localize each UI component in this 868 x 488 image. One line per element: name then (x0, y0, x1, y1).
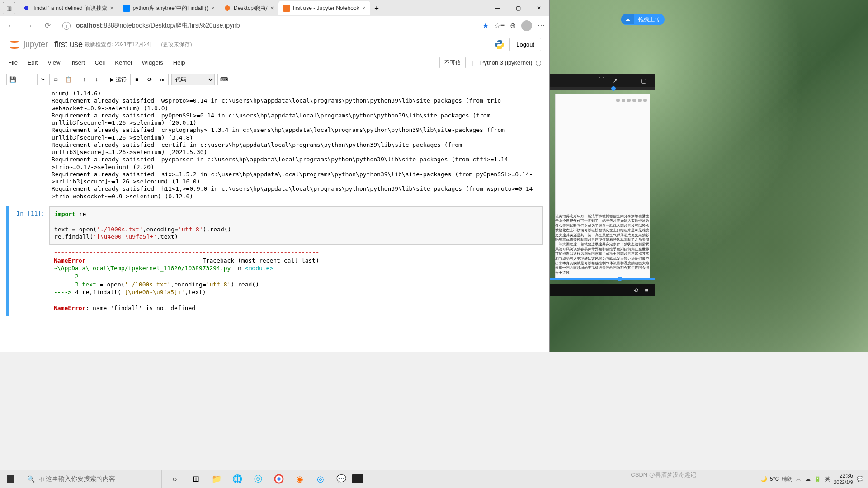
list-icon[interactable]: ≡ (645, 287, 648, 294)
site-info-icon[interactable]: i (62, 22, 71, 30)
tray-ime[interactable]: 英 (825, 475, 830, 483)
profile-icon[interactable] (521, 20, 532, 31)
app-icon-1[interactable]: ◉ (289, 470, 310, 488)
weather-widget[interactable]: 🌙 5°C 晴朗 (760, 475, 793, 483)
move-down-button[interactable]: ↓ (90, 74, 103, 85)
tab-label: first use - Jupyter Notebook (293, 5, 359, 11)
move-up-button[interactable]: ↑ (78, 74, 90, 85)
menu-kernel[interactable]: Kernel (115, 59, 132, 66)
interrupt-button[interactable]: ■ (131, 74, 143, 85)
menu-help[interactable]: Help (173, 59, 185, 66)
tray-chevron-icon[interactable]: ︿ (796, 475, 802, 483)
insert-cell-button[interactable]: ＋ (22, 74, 34, 85)
tray-battery-icon[interactable]: 🔋 (814, 476, 821, 482)
forward-button[interactable]: → (23, 19, 36, 33)
upload-widget[interactable]: ☁ 拖拽上传 (621, 14, 665, 25)
search-placeholder: 在这里输入你要搜索的内容 (39, 475, 115, 483)
checkpoint-text: 最新检查点: 2021年12月24日 (更改未保存) (85, 41, 192, 48)
trusted-indicator[interactable]: 不可信 (439, 57, 466, 68)
command-palette-button[interactable]: ⌨ (217, 74, 230, 85)
scrubber-handle-2[interactable] (618, 277, 622, 281)
code-input[interactable]: import re text = open('./1000s.txt',enco… (49, 206, 543, 245)
max-icon[interactable]: ▢ (641, 77, 646, 84)
tab-label: 'findall' is not defined_百度搜索 (33, 5, 107, 12)
maximize-button[interactable]: ▢ (508, 1, 528, 15)
wechat-icon[interactable]: 💬 (331, 470, 352, 488)
min-icon[interactable]: — (626, 77, 632, 84)
tab-zhihu[interactable]: python库"anytree"中的Findall () × (118, 1, 219, 15)
url-field[interactable]: i localhost:8888/notebooks/Desktop/爬虫/fi… (59, 22, 478, 30)
jupyter-logo-icon (8, 38, 21, 51)
run-button[interactable]: ▶ 运行 (106, 74, 131, 85)
close-icon[interactable]: × (211, 5, 215, 12)
terminal-icon[interactable] (352, 474, 363, 483)
addrbar-right: ★ ☆≡ ⊕ ⋯ (482, 20, 545, 31)
taskbar-search[interactable]: 🔍 在这里输入你要搜索的内容 (22, 470, 162, 488)
close-icon[interactable]: × (362, 5, 366, 12)
task-view-icon[interactable]: ⊞ (185, 470, 206, 488)
error-output: ----------------------------------------… (49, 245, 543, 315)
code-cell[interactable]: In [11]: import re text = open('./1000s.… (6, 206, 543, 316)
close-window-button[interactable]: ✕ (528, 1, 549, 15)
input-prompt: In [11]: (9, 206, 49, 316)
watermark: CSDN @喜酒梦没奇趣记 (631, 471, 696, 479)
more-icon[interactable]: ⋯ (538, 21, 545, 30)
menu-cell[interactable]: Cell (95, 59, 105, 66)
tab-actions-icon[interactable]: ▥ (3, 2, 15, 14)
favorite-icon[interactable]: ★ (482, 21, 489, 30)
jupyter-nb-favicon-icon (283, 5, 290, 12)
app-icon-2[interactable]: ◎ (310, 470, 331, 488)
clock[interactable]: 22:36 2022/1/9 (834, 473, 853, 484)
menu-view[interactable]: View (47, 59, 60, 66)
screenshot-icon[interactable]: ⛶ (598, 77, 604, 84)
video-scrubber-top[interactable] (550, 87, 655, 90)
tray-onedrive-icon[interactable]: ☁ (805, 476, 811, 482)
logout-button[interactable]: Logout (509, 38, 541, 51)
windows-icon (7, 475, 14, 483)
favorites-bar-icon[interactable]: ☆≡ (494, 21, 505, 30)
weather-temp: 5°C (770, 476, 779, 482)
pip-output: nium) (1.14.6) Requirement already satis… (6, 88, 543, 205)
menu-file[interactable]: File (8, 59, 18, 66)
restart-button[interactable]: ⟳ (143, 74, 156, 85)
cortana-icon[interactable]: ○ (165, 470, 185, 488)
reload-button[interactable]: ⟳ (41, 19, 54, 33)
notifications-icon[interactable]: 💬 (857, 476, 863, 482)
celltype-select[interactable]: 代码 (171, 74, 215, 85)
kernel-status-icon (536, 61, 541, 66)
zhihu-favicon-icon (123, 5, 130, 12)
url-path: :8888/notebooks/Desktop/爬虫/first%20use.i… (102, 22, 240, 29)
kernel-name[interactable]: Python 3 (ipykernel) (480, 59, 541, 66)
restart-run-all-button[interactable]: ▸▸ (156, 74, 169, 85)
copy-button[interactable]: ⧉ (50, 74, 62, 85)
notebook-name[interactable]: first use (54, 40, 83, 49)
ie-icon[interactable]: ⓔ (248, 470, 269, 488)
tab-jupyter-notebook[interactable]: first use - Jupyter Notebook × (278, 1, 370, 15)
menu-insert[interactable]: Insert (70, 59, 85, 66)
close-icon[interactable]: × (270, 5, 274, 12)
video-scrubber-bottom[interactable] (550, 278, 655, 280)
menu-edit[interactable]: Edit (28, 59, 38, 66)
pointer-icon[interactable]: ↗ (613, 77, 618, 84)
minimize-button[interactable]: — (487, 1, 508, 15)
collections-icon[interactable]: ⊕ (510, 21, 516, 30)
start-button[interactable] (0, 470, 22, 488)
notebook-body[interactable]: nium) (1.14.6) Requirement already satis… (0, 88, 549, 352)
edge-icon[interactable]: 🌐 (227, 470, 248, 488)
scrubber-handle[interactable] (611, 86, 616, 91)
save-button[interactable]: 💾 (6, 74, 19, 85)
cut-button[interactable]: ✂ (37, 74, 50, 85)
close-icon[interactable]: × (110, 5, 113, 12)
loop-icon[interactable]: ⟲ (633, 287, 638, 294)
new-tab-button[interactable]: ＋ (370, 2, 383, 14)
tab-baidu[interactable]: 'findall' is not defined_百度搜索 × (18, 1, 118, 15)
url-host: localhost (74, 22, 102, 29)
video-bottom-controls: ⟲ ≡ (550, 284, 655, 296)
back-button[interactable]: ← (5, 19, 18, 33)
chrome-icon[interactable] (269, 470, 289, 488)
paste-button[interactable]: 📋 (62, 74, 75, 85)
jupyter-logo[interactable]: jupyter (8, 38, 48, 51)
menu-widgets[interactable]: Widgets (142, 59, 163, 66)
tab-jupyter-tree[interactable]: Desktop/爬虫/ × (219, 1, 278, 15)
explorer-icon[interactable]: 📁 (206, 470, 227, 488)
